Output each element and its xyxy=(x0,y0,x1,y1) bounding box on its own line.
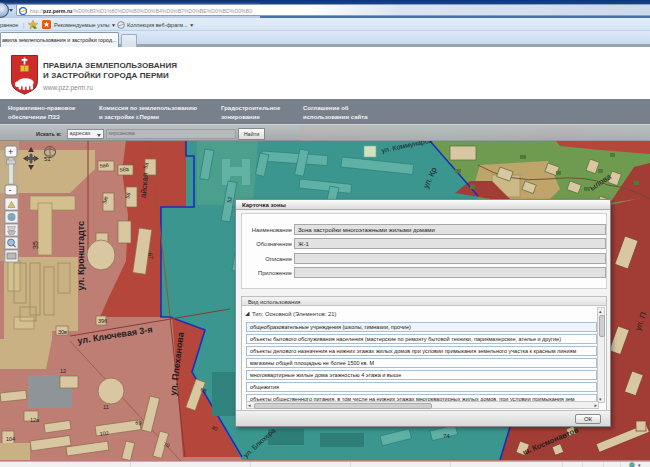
svg-text:ул. Кронштадтс: ул. Кронштадтс xyxy=(76,221,86,290)
svg-text:12: 12 xyxy=(60,368,66,374)
svg-text:104: 104 xyxy=(6,436,15,442)
svg-text:5в6: 5в6 xyxy=(99,162,109,169)
svg-text:12а: 12а xyxy=(30,417,40,423)
svg-text:74: 74 xyxy=(443,433,450,439)
svg-text:52: 52 xyxy=(226,196,233,203)
svg-text:30в: 30в xyxy=(58,329,67,335)
svg-text:+: + xyxy=(8,147,13,157)
svg-text:-: - xyxy=(9,185,12,195)
svg-text:102: 102 xyxy=(99,430,109,437)
svg-text:11: 11 xyxy=(103,404,109,410)
svg-text:39б: 39б xyxy=(98,318,107,324)
svg-text:35: 35 xyxy=(32,241,39,249)
